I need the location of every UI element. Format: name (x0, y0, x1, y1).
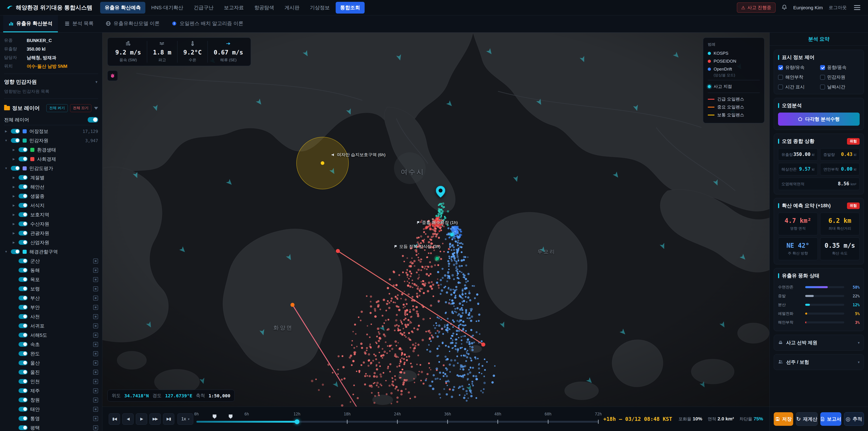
fence-deploy-marker[interactable] (213, 414, 217, 419)
checkbox[interactable] (778, 85, 783, 90)
analysis-summary-panel[interactable]: 표시 정보 제어 유량/유속풍향/풍속해안부착민감자원시간 표시날짜시간 오염분… (770, 45, 868, 407)
checkbox[interactable] (820, 65, 825, 70)
resource-marker-dot[interactable] (435, 257, 439, 260)
layer-row[interactable]: 통영 (4, 414, 98, 423)
layer-row[interactable]: ▶수산자원 (4, 219, 98, 228)
layer-row[interactable]: 부산 (4, 294, 98, 303)
layer-row[interactable]: 목포 (4, 275, 98, 284)
layer-row[interactable]: ▶해안선 (4, 182, 98, 191)
analysis-summary-tab[interactable]: 분석 요약 (770, 33, 868, 45)
tab[interactable]: 유출유 확산분석 (3, 16, 58, 32)
layer-toggle[interactable] (19, 221, 28, 226)
display-option[interactable]: 해안부착 (778, 74, 818, 80)
notifications-bell-icon[interactable] (781, 4, 787, 11)
layer-toggle[interactable] (19, 370, 28, 374)
step-back-button[interactable]: ◀ (122, 413, 133, 425)
locate-icon[interactable] (93, 425, 98, 430)
display-option[interactable]: 민감자원 (820, 74, 860, 80)
layer-row[interactable]: 완도 (4, 349, 98, 358)
layer-toggle[interactable] (19, 425, 28, 430)
layer-row[interactable]: 동해 (4, 266, 98, 275)
logout-button[interactable]: 로그아웃 (829, 4, 847, 11)
timeline-track[interactable]: 0h6h12h18h24h36h48h60h72h (196, 410, 598, 428)
layer-toggle[interactable] (19, 388, 28, 393)
layer-toggle[interactable] (19, 203, 28, 208)
layer-row[interactable]: 태안 (4, 405, 98, 414)
nav-item[interactable]: 긴급구난 (189, 2, 218, 13)
display-option[interactable]: 날짜시간 (820, 84, 860, 90)
master-layer-toggle[interactable] (88, 117, 98, 123)
layer-toggle[interactable] (19, 212, 28, 217)
layer-toggle[interactable] (19, 314, 28, 319)
play-button[interactable]: ▶ (136, 413, 147, 425)
layer-row[interactable]: ▶보호지역 (4, 210, 98, 219)
layer-row[interactable]: 인천 (4, 377, 98, 386)
layer-row[interactable]: ▼민감도평가 (4, 164, 98, 173)
layer-toggle[interactable] (19, 342, 28, 347)
display-option[interactable]: 유량/유속 (778, 64, 818, 70)
layer-toggle[interactable] (19, 286, 28, 291)
locate-icon[interactable] (93, 351, 98, 356)
collapsed-section[interactable]: 선주 / 보험▾ (774, 354, 864, 370)
locate-icon[interactable] (93, 416, 98, 421)
checkbox[interactable] (820, 75, 825, 80)
layer-row[interactable]: ▼민감자원3,947 (4, 136, 98, 145)
layer-row[interactable]: 울산 (4, 358, 98, 368)
layer-toggle[interactable] (19, 361, 28, 365)
layer-toggle[interactable] (19, 268, 28, 273)
tab[interactable]: 분석 목록 (59, 16, 99, 32)
tab[interactable]: 유출유확산모델 이론 (100, 16, 165, 32)
fence-deploy-marker[interactable] (229, 414, 232, 419)
nav-item[interactable]: 기상정보 (305, 2, 334, 13)
nav-item[interactable]: 통합조회 (336, 2, 365, 13)
locate-icon[interactable] (93, 379, 98, 384)
display-option[interactable]: 시간 표시 (778, 84, 818, 90)
locate-icon[interactable] (93, 361, 98, 366)
nav-item[interactable]: 항공탐색 (250, 2, 279, 13)
recalculate-button[interactable]: ↻재계산 (796, 412, 817, 426)
layer-row[interactable]: ▶산업자원 (4, 238, 98, 247)
playback-speed-button[interactable]: 1x ▾ (178, 413, 193, 425)
nav-item[interactable]: HNS·대기확산 (147, 2, 188, 13)
menu-icon[interactable] (852, 4, 862, 11)
layers-all-off-button[interactable]: 전체 끄기 (70, 104, 91, 112)
locate-icon[interactable] (93, 388, 98, 393)
layer-row[interactable]: ▶생물종 (4, 191, 98, 201)
affected-resources-header[interactable]: 영향 민감자원 ▼ (4, 77, 98, 87)
layer-toggle[interactable] (19, 407, 28, 411)
track-button[interactable]: ◎추적 (844, 412, 864, 426)
locate-icon[interactable] (93, 296, 98, 301)
skip-start-button[interactable]: ▮◀ (109, 413, 120, 425)
layer-toggle[interactable] (19, 175, 28, 180)
map-canvas[interactable]: 9.2 m/s풍속 (SW)1.8 m파고9.2°C수온0.67 m/s해류 (… (102, 33, 770, 407)
checkbox[interactable] (778, 65, 783, 70)
filter-icon[interactable] (94, 107, 98, 110)
layer-toggle[interactable] (19, 416, 28, 421)
timeline-handle[interactable] (294, 419, 299, 424)
layer-row[interactable]: ▶어장정보17,129 (4, 127, 98, 136)
save-button[interactable]: 저장 (774, 412, 793, 426)
layer-toggle[interactable] (19, 194, 28, 198)
locate-icon[interactable] (93, 407, 98, 412)
nav-item[interactable]: 보고자료 (219, 2, 248, 13)
layer-toggle[interactable] (19, 296, 28, 300)
layers-all-on-button[interactable]: 전체 켜기 (46, 104, 68, 112)
locate-icon[interactable] (93, 268, 98, 273)
layer-row[interactable]: 창원 (4, 395, 98, 405)
layer-row[interactable]: 속초 (4, 340, 98, 349)
collapsed-section[interactable]: 사고 선박 제원▾ (774, 335, 864, 350)
layer-row[interactable]: ▶서식지 (4, 201, 98, 210)
layer-row[interactable]: ▼해경관할구역 (4, 247, 98, 256)
layer-row[interactable]: 서귀포 (4, 321, 98, 331)
skip-end-button[interactable]: ▶▮ (163, 413, 174, 425)
nav-item[interactable]: 게시판 (280, 2, 304, 13)
layer-toggle[interactable] (19, 277, 28, 282)
layer-row[interactable]: ▶사회경제 (4, 154, 98, 164)
locate-icon[interactable] (93, 370, 98, 375)
report-button[interactable]: 보고서 (820, 412, 841, 426)
layer-toggle[interactable] (19, 398, 28, 402)
layer-toggle[interactable] (11, 138, 20, 143)
locate-icon[interactable] (93, 333, 98, 338)
layer-row[interactable]: 보령 (4, 284, 98, 294)
layer-toggle[interactable] (19, 324, 28, 328)
